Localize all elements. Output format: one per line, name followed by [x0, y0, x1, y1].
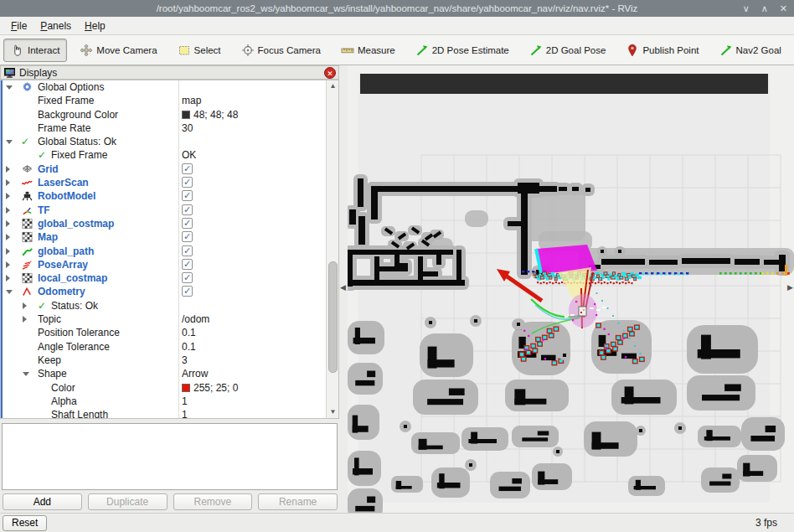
display-value[interactable]: /odom	[182, 313, 209, 325]
menu-panels[interactable]: Panels	[34, 18, 78, 34]
tool-focus-camera[interactable]: Focus Camera	[234, 39, 328, 62]
displays-panel-header[interactable]: Displays ✕	[0, 65, 339, 80]
display-row-global-path[interactable]: global_path✓	[1, 245, 326, 258]
display-row-global-status-ok[interactable]: ✓Global Status: Ok	[1, 135, 326, 148]
display-row-position-tolerance[interactable]: Position Tolerance0.1	[1, 326, 326, 339]
chevron-right-icon[interactable]	[6, 275, 10, 281]
display-row-topic[interactable]: Topic/odom	[1, 312, 326, 326]
chevron-right-icon[interactable]	[23, 316, 27, 323]
chevron-right-icon[interactable]	[6, 207, 10, 214]
display-row-laserscan[interactable]: LaserScan✓	[1, 176, 326, 189]
tool-interact[interactable]: Interact	[3, 39, 67, 62]
close-button[interactable]: ✕	[780, 0, 787, 17]
display-row-color[interactable]: Color255; 25; 0	[1, 381, 326, 395]
display-value[interactable]: ✓	[182, 245, 193, 256]
display-row-local-costmap[interactable]: local_costmap✓	[1, 271, 326, 285]
chevron-right-icon[interactable]	[6, 193, 10, 199]
display-value[interactable]: 0.1	[182, 341, 196, 353]
display-row-global-options[interactable]: Global Options	[1, 80, 326, 94]
scroll-down-icon[interactable]: ▼	[327, 406, 339, 418]
display-row-fixed-frame[interactable]: Fixed Framemap	[1, 94, 326, 107]
chevron-right-icon[interactable]	[23, 302, 27, 309]
display-row-shape[interactable]: ShapeArrow	[1, 367, 326, 380]
display-row-angle-tolerance[interactable]: Angle Tolerance0.1	[1, 340, 326, 354]
display-row-global-costmap[interactable]: global_costmap✓	[1, 217, 326, 230]
display-row-frame-rate[interactable]: Frame Rate30	[1, 121, 326, 135]
display-value[interactable]: ✓	[182, 218, 193, 229]
display-value[interactable]: 255; 25; 0	[182, 382, 238, 394]
tool-move-camera[interactable]: Move Camera	[72, 39, 164, 62]
display-row-alpha[interactable]: Alpha1	[1, 395, 326, 408]
display-value[interactable]: 3	[182, 354, 188, 366]
display-value[interactable]: 30	[182, 122, 193, 134]
chevron-down-icon[interactable]	[23, 372, 29, 376]
tool-measure[interactable]: Measure	[333, 39, 403, 62]
tree-scrollbar[interactable]: ▲ ▼	[326, 80, 338, 418]
enabled-checkbox[interactable]: ✓	[182, 177, 193, 188]
maximize-button[interactable]: ∧	[761, 0, 768, 17]
chevron-down-icon[interactable]	[6, 290, 13, 294]
menu-help[interactable]: Help	[78, 18, 112, 34]
display-value[interactable]: 0.1	[182, 327, 196, 338]
tool-nav2-goal[interactable]: Nav2 Goal	[712, 39, 789, 62]
enabled-checkbox[interactable]: ✓	[182, 272, 193, 283]
enabled-checkbox[interactable]: ✓	[182, 259, 193, 270]
scrollbar-thumb[interactable]	[328, 261, 338, 373]
render-viewport[interactable]: ▶	[348, 65, 794, 513]
chevron-right-icon[interactable]	[6, 179, 10, 186]
scroll-up-icon[interactable]: ▲	[327, 80, 339, 92]
display-value[interactable]: 1	[182, 409, 188, 419]
display-row-keep[interactable]: Keep3	[1, 354, 326, 367]
display-value[interactable]: ✓	[182, 177, 193, 188]
chevron-down-icon[interactable]	[6, 85, 13, 90]
tool-2d-goal-pose[interactable]: 2D Goal Pose	[522, 39, 614, 62]
display-value[interactable]: ✓	[182, 190, 193, 201]
display-row-odometry[interactable]: Odometry✓	[1, 285, 326, 298]
tool-select[interactable]: Select	[170, 39, 229, 62]
display-row-fixed-frame[interactable]: ✓Fixed FrameOK	[1, 148, 326, 162]
display-row-tf[interactable]: TF✓	[1, 204, 326, 217]
display-value[interactable]: map	[182, 95, 201, 106]
display-row-grid[interactable]: Grid✓	[1, 163, 326, 176]
tool-2d-pose-estimate[interactable]: 2D Pose Estimate	[408, 39, 517, 62]
display-row-background-color[interactable]: Background Color48; 48; 48	[1, 108, 326, 121]
add-button[interactable]: Add	[3, 493, 82, 510]
enabled-checkbox[interactable]: ✓	[182, 245, 193, 256]
display-value[interactable]: 1	[182, 395, 188, 407]
collapse-left-icon[interactable]: ◀	[340, 283, 346, 292]
display-value[interactable]: Arrow	[182, 368, 208, 380]
panel-splitter[interactable]: ◀	[339, 65, 348, 513]
title-bar[interactable]: /root/yahboomcar_ros2_ws/yahboomcar_ws/i…	[0, 0, 794, 17]
tool-publish-point[interactable]: Publish Point	[618, 39, 706, 62]
display-row-posearray[interactable]: PoseArray✓	[1, 258, 326, 271]
chevron-right-icon[interactable]	[6, 248, 10, 255]
chevron-down-icon[interactable]	[6, 140, 13, 144]
enabled-checkbox[interactable]: ✓	[182, 218, 193, 229]
display-value[interactable]: 48; 48; 48	[182, 109, 238, 121]
minimize-button[interactable]: ∨	[743, 0, 750, 17]
display-value[interactable]: ✓	[182, 204, 193, 215]
display-value[interactable]: OK	[182, 149, 196, 161]
reset-button[interactable]: Reset	[3, 515, 47, 531]
panel-close-icon[interactable]: ✕	[324, 67, 336, 79]
display-value[interactable]: ✓	[182, 272, 193, 283]
display-row-status-ok[interactable]: ✓Status: Ok	[1, 299, 326, 312]
collapse-right-icon[interactable]: ▶	[787, 283, 793, 292]
display-row-robotmodel[interactable]: RobotModel✓	[1, 189, 326, 203]
menu-file[interactable]: File	[4, 18, 34, 34]
chevron-right-icon[interactable]	[6, 166, 10, 173]
enabled-checkbox[interactable]: ✓	[182, 286, 193, 297]
enabled-checkbox[interactable]: ✓	[182, 204, 193, 215]
display-value[interactable]: ✓	[182, 259, 193, 270]
display-row-shaft-length[interactable]: Shaft Length1	[1, 408, 326, 419]
chevron-right-icon[interactable]	[6, 261, 10, 268]
enabled-checkbox[interactable]: ✓	[182, 231, 193, 242]
display-value[interactable]: ✓	[182, 163, 193, 174]
display-value[interactable]: ✓	[182, 286, 193, 297]
enabled-checkbox[interactable]: ✓	[182, 163, 193, 174]
chevron-right-icon[interactable]	[6, 234, 10, 240]
chevron-right-icon[interactable]	[6, 220, 10, 227]
display-row-map[interactable]: Map✓	[1, 230, 326, 244]
enabled-checkbox[interactable]: ✓	[182, 190, 193, 201]
display-value[interactable]: ✓	[182, 231, 193, 242]
